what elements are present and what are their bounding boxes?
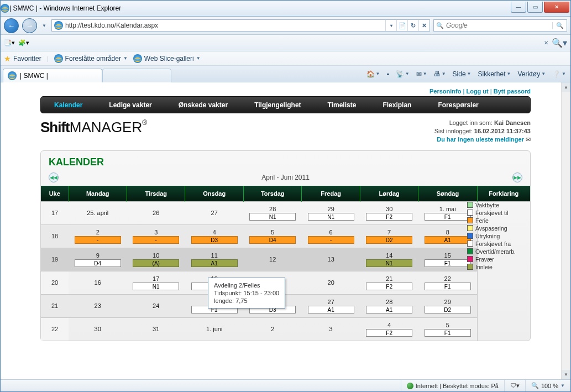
new-tab-button[interactable] xyxy=(102,69,171,82)
shift-badge[interactable]: N1 xyxy=(133,283,179,290)
shift-badge[interactable]: A1 xyxy=(425,236,471,244)
shift-badge[interactable]: D4 xyxy=(249,236,296,244)
safety-menu[interactable]: Sikkerhet▼ xyxy=(478,70,511,78)
shift-badge[interactable]: N1 xyxy=(249,213,296,221)
search-large-icon[interactable]: 🔍▾ xyxy=(552,38,567,48)
day-cell[interactable]: 7D2 xyxy=(360,224,418,248)
protected-mode-icon[interactable]: 🛡▾ xyxy=(504,380,525,391)
day-cell[interactable]: 31 xyxy=(127,317,185,341)
forward-button[interactable]: → xyxy=(22,18,37,33)
day-cell[interactable]: 17N1 xyxy=(127,271,185,294)
day-cell[interactable]: 27A1 xyxy=(302,294,360,317)
shift-badge[interactable]: F1 xyxy=(425,283,471,290)
day-cell[interactable]: 24 xyxy=(127,294,185,317)
mail-button[interactable]: ✉▼ xyxy=(416,70,427,78)
day-cell[interactable]: 10(A) xyxy=(127,248,185,271)
day-cell[interactable]: 29N1 xyxy=(302,201,360,224)
day-cell[interactable]: 13 xyxy=(302,248,360,271)
nav-item-kalender[interactable]: Kalender xyxy=(41,97,96,113)
print-button[interactable]: 🖶▼ xyxy=(434,70,446,78)
day-cell[interactable]: 1. juni xyxy=(185,317,243,341)
day-cell[interactable]: 20 xyxy=(302,271,360,294)
day-cell[interactable]: 29D2 xyxy=(418,294,477,317)
help-menu[interactable]: ❔▼ xyxy=(552,70,566,78)
shift-badge[interactable]: N1 xyxy=(366,259,412,267)
refresh-button[interactable]: ↻ xyxy=(407,20,418,31)
url-input[interactable] xyxy=(65,20,385,30)
shift-badge[interactable]: A1 xyxy=(308,306,354,313)
nav-item-forespørsler[interactable]: Forespørsler xyxy=(425,97,491,113)
shift-badge[interactable]: F1 xyxy=(425,329,471,337)
day-cell[interactable]: 5F1 xyxy=(418,317,477,341)
day-cell[interactable]: 23 xyxy=(69,294,127,317)
shift-badge[interactable]: F1 xyxy=(425,259,471,267)
shift-badge[interactable]: A1 xyxy=(366,306,412,313)
next-period-button[interactable]: ▶▶ xyxy=(512,173,522,182)
day-cell[interactable]: 28N1 xyxy=(243,201,301,224)
zoom-control[interactable]: 🔍100 % ▼ xyxy=(525,380,570,391)
favorites-button[interactable]: ★Favoritter xyxy=(4,54,41,63)
browser-tab[interactable]: | SMWC | xyxy=(3,69,102,82)
day-cell[interactable]: 2- xyxy=(69,224,127,248)
day-cell[interactable]: 28A1 xyxy=(360,294,418,317)
minimize-button[interactable]: — xyxy=(511,2,526,13)
nav-item-ledige-vakter[interactable]: Ledige vakter xyxy=(96,97,165,113)
personinfo-link[interactable]: Personinfo xyxy=(429,88,461,95)
compat-button[interactable]: 📄 xyxy=(396,20,407,31)
nav-history-dropdown[interactable]: ▼ xyxy=(40,18,48,33)
shift-badge[interactable]: D3 xyxy=(191,236,238,244)
suggested-sites-link[interactable]: Foreslåtte områder ▼ xyxy=(54,54,128,63)
day-cell[interactable]: 5D4 xyxy=(243,224,301,248)
scroll-down[interactable]: ▼ xyxy=(562,370,570,379)
shift-badge[interactable]: (A) xyxy=(133,259,179,267)
shift-badge[interactable]: A1 xyxy=(191,259,238,267)
shift-badge[interactable]: N1 xyxy=(308,213,354,221)
tools-menu[interactable]: Verktøy▼ xyxy=(517,70,546,78)
day-cell[interactable]: 3- xyxy=(127,224,185,248)
search-provider-icon[interactable]: 🔍 xyxy=(434,22,446,29)
maximize-button[interactable]: ▭ xyxy=(527,2,543,13)
back-button[interactable]: ← xyxy=(4,18,19,33)
logout-link[interactable]: Logg ut xyxy=(466,88,488,95)
day-cell[interactable]: 26 xyxy=(127,201,185,224)
day-cell[interactable]: 9D4 xyxy=(69,248,127,271)
shift-badge[interactable]: D2 xyxy=(366,236,412,244)
day-cell[interactable]: 30 xyxy=(69,317,127,341)
nav-item-tilgjengelighet[interactable]: Tilgjengelighet xyxy=(241,97,314,113)
prev-period-button[interactable]: ◀◀ xyxy=(49,173,59,182)
nav-item-timeliste[interactable]: Timeliste xyxy=(315,97,370,113)
day-cell[interactable]: 4F2 xyxy=(360,317,418,341)
shift-badge[interactable]: F2 xyxy=(366,329,412,337)
change-password-link[interactable]: Bytt passord xyxy=(494,88,531,95)
day-cell[interactable]: 25. april xyxy=(69,201,127,224)
shift-badge[interactable]: F2 xyxy=(366,213,412,221)
toolbar-close[interactable]: ✕ xyxy=(544,40,548,46)
scrollbar[interactable]: ▲ ▼ xyxy=(561,82,570,379)
day-cell[interactable]: 12 xyxy=(243,248,301,271)
search-input[interactable] xyxy=(446,20,552,30)
messages-link[interactable]: Du har ingen uleste meldinger xyxy=(437,136,524,143)
page-menu[interactable]: Side▼ xyxy=(453,70,472,78)
day-cell[interactable]: 11A1 xyxy=(185,248,243,271)
shift-badge[interactable]: F1 xyxy=(425,213,471,221)
shift-badge[interactable]: - xyxy=(308,236,354,244)
day-cell[interactable]: 3 xyxy=(302,317,360,341)
search-button[interactable]: 🔍 xyxy=(552,22,567,29)
day-cell[interactable]: 16 xyxy=(69,271,127,294)
toolbar-icon[interactable]: 🧩▾ xyxy=(18,39,29,46)
url-dropdown[interactable]: ▾ xyxy=(385,20,396,31)
shift-badge[interactable]: D4 xyxy=(75,259,121,267)
shift-badge[interactable]: - xyxy=(75,236,121,244)
day-cell[interactable]: 27 xyxy=(185,201,243,224)
feeds-button[interactable]: 📡▼ xyxy=(396,70,410,78)
day-cell[interactable]: 30F2 xyxy=(360,201,418,224)
scroll-up[interactable]: ▲ xyxy=(562,82,570,92)
day-cell[interactable]: 21F2 xyxy=(360,271,418,294)
shift-badge[interactable]: D2 xyxy=(425,306,471,313)
webslice-link[interactable]: Web Slice-galleri ▼ xyxy=(133,54,201,63)
day-cell[interactable]: 4D3 xyxy=(185,224,243,248)
day-cell[interactable]: 22F1 xyxy=(418,271,477,294)
day-cell[interactable]: 2 xyxy=(243,317,301,341)
shift-badge[interactable]: F2 xyxy=(366,283,412,290)
shift-badge[interactable]: - xyxy=(133,236,179,244)
